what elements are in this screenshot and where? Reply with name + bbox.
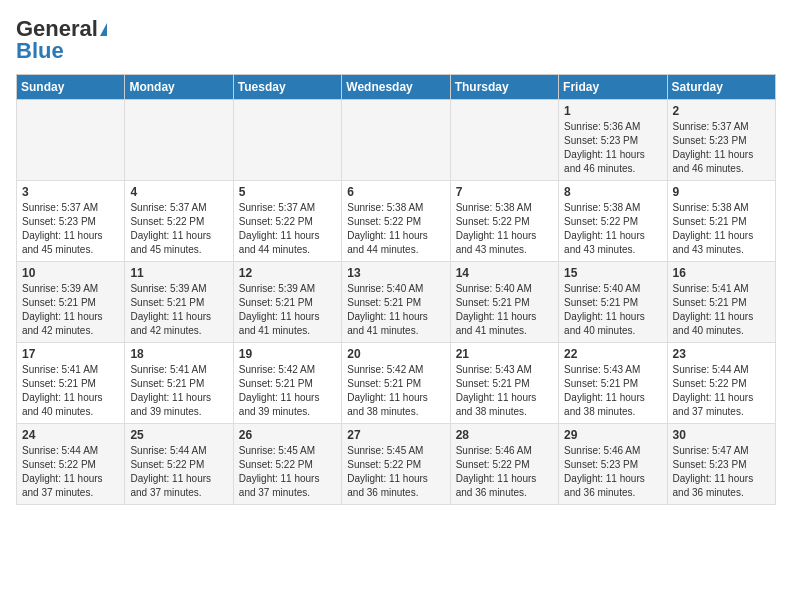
calendar-cell: 3Sunrise: 5:37 AM Sunset: 5:23 PM Daylig…	[17, 181, 125, 262]
day-number: 15	[564, 266, 661, 280]
day-number: 14	[456, 266, 553, 280]
day-info: Sunrise: 5:38 AM Sunset: 5:22 PM Dayligh…	[456, 201, 553, 257]
day-number: 2	[673, 104, 770, 118]
day-info: Sunrise: 5:47 AM Sunset: 5:23 PM Dayligh…	[673, 444, 770, 500]
week-row-5: 24Sunrise: 5:44 AM Sunset: 5:22 PM Dayli…	[17, 424, 776, 505]
logo-triangle-icon	[100, 23, 107, 36]
calendar-cell: 19Sunrise: 5:42 AM Sunset: 5:21 PM Dayli…	[233, 343, 341, 424]
week-row-1: 1Sunrise: 5:36 AM Sunset: 5:23 PM Daylig…	[17, 100, 776, 181]
calendar-cell: 11Sunrise: 5:39 AM Sunset: 5:21 PM Dayli…	[125, 262, 233, 343]
calendar-cell: 16Sunrise: 5:41 AM Sunset: 5:21 PM Dayli…	[667, 262, 775, 343]
day-number: 29	[564, 428, 661, 442]
day-info: Sunrise: 5:41 AM Sunset: 5:21 PM Dayligh…	[22, 363, 119, 419]
logo: General Blue	[16, 16, 107, 64]
calendar-cell: 20Sunrise: 5:42 AM Sunset: 5:21 PM Dayli…	[342, 343, 450, 424]
day-info: Sunrise: 5:44 AM Sunset: 5:22 PM Dayligh…	[130, 444, 227, 500]
calendar-cell: 4Sunrise: 5:37 AM Sunset: 5:22 PM Daylig…	[125, 181, 233, 262]
day-number: 12	[239, 266, 336, 280]
calendar-cell: 14Sunrise: 5:40 AM Sunset: 5:21 PM Dayli…	[450, 262, 558, 343]
day-number: 25	[130, 428, 227, 442]
day-info: Sunrise: 5:45 AM Sunset: 5:22 PM Dayligh…	[239, 444, 336, 500]
calendar-cell: 1Sunrise: 5:36 AM Sunset: 5:23 PM Daylig…	[559, 100, 667, 181]
day-number: 22	[564, 347, 661, 361]
day-info: Sunrise: 5:37 AM Sunset: 5:22 PM Dayligh…	[239, 201, 336, 257]
day-info: Sunrise: 5:40 AM Sunset: 5:21 PM Dayligh…	[347, 282, 444, 338]
calendar-cell: 2Sunrise: 5:37 AM Sunset: 5:23 PM Daylig…	[667, 100, 775, 181]
day-info: Sunrise: 5:41 AM Sunset: 5:21 PM Dayligh…	[130, 363, 227, 419]
calendar-cell: 6Sunrise: 5:38 AM Sunset: 5:22 PM Daylig…	[342, 181, 450, 262]
column-header-monday: Monday	[125, 75, 233, 100]
day-info: Sunrise: 5:37 AM Sunset: 5:22 PM Dayligh…	[130, 201, 227, 257]
day-number: 3	[22, 185, 119, 199]
calendar-cell: 25Sunrise: 5:44 AM Sunset: 5:22 PM Dayli…	[125, 424, 233, 505]
day-number: 27	[347, 428, 444, 442]
calendar-cell: 10Sunrise: 5:39 AM Sunset: 5:21 PM Dayli…	[17, 262, 125, 343]
day-info: Sunrise: 5:39 AM Sunset: 5:21 PM Dayligh…	[239, 282, 336, 338]
day-number: 18	[130, 347, 227, 361]
day-number: 11	[130, 266, 227, 280]
calendar-cell	[342, 100, 450, 181]
calendar-cell	[233, 100, 341, 181]
calendar-cell: 24Sunrise: 5:44 AM Sunset: 5:22 PM Dayli…	[17, 424, 125, 505]
day-number: 6	[347, 185, 444, 199]
day-info: Sunrise: 5:40 AM Sunset: 5:21 PM Dayligh…	[456, 282, 553, 338]
calendar-cell: 18Sunrise: 5:41 AM Sunset: 5:21 PM Dayli…	[125, 343, 233, 424]
day-info: Sunrise: 5:43 AM Sunset: 5:21 PM Dayligh…	[564, 363, 661, 419]
day-info: Sunrise: 5:43 AM Sunset: 5:21 PM Dayligh…	[456, 363, 553, 419]
day-info: Sunrise: 5:39 AM Sunset: 5:21 PM Dayligh…	[130, 282, 227, 338]
calendar-cell	[125, 100, 233, 181]
calendar-cell: 5Sunrise: 5:37 AM Sunset: 5:22 PM Daylig…	[233, 181, 341, 262]
day-number: 23	[673, 347, 770, 361]
calendar-cell: 26Sunrise: 5:45 AM Sunset: 5:22 PM Dayli…	[233, 424, 341, 505]
logo-blue: Blue	[16, 38, 64, 64]
calendar-cell: 13Sunrise: 5:40 AM Sunset: 5:21 PM Dayli…	[342, 262, 450, 343]
day-number: 5	[239, 185, 336, 199]
calendar-cell: 15Sunrise: 5:40 AM Sunset: 5:21 PM Dayli…	[559, 262, 667, 343]
day-info: Sunrise: 5:44 AM Sunset: 5:22 PM Dayligh…	[22, 444, 119, 500]
column-header-thursday: Thursday	[450, 75, 558, 100]
day-number: 9	[673, 185, 770, 199]
day-number: 10	[22, 266, 119, 280]
day-number: 8	[564, 185, 661, 199]
calendar-cell: 17Sunrise: 5:41 AM Sunset: 5:21 PM Dayli…	[17, 343, 125, 424]
calendar-cell: 7Sunrise: 5:38 AM Sunset: 5:22 PM Daylig…	[450, 181, 558, 262]
column-header-sunday: Sunday	[17, 75, 125, 100]
calendar-cell: 29Sunrise: 5:46 AM Sunset: 5:23 PM Dayli…	[559, 424, 667, 505]
day-info: Sunrise: 5:42 AM Sunset: 5:21 PM Dayligh…	[239, 363, 336, 419]
calendar-cell	[17, 100, 125, 181]
day-number: 1	[564, 104, 661, 118]
day-info: Sunrise: 5:42 AM Sunset: 5:21 PM Dayligh…	[347, 363, 444, 419]
column-header-saturday: Saturday	[667, 75, 775, 100]
calendar-table: SundayMondayTuesdayWednesdayThursdayFrid…	[16, 74, 776, 505]
column-header-friday: Friday	[559, 75, 667, 100]
calendar-cell: 28Sunrise: 5:46 AM Sunset: 5:22 PM Dayli…	[450, 424, 558, 505]
day-info: Sunrise: 5:44 AM Sunset: 5:22 PM Dayligh…	[673, 363, 770, 419]
day-number: 4	[130, 185, 227, 199]
day-info: Sunrise: 5:37 AM Sunset: 5:23 PM Dayligh…	[673, 120, 770, 176]
day-info: Sunrise: 5:45 AM Sunset: 5:22 PM Dayligh…	[347, 444, 444, 500]
calendar-header-row: SundayMondayTuesdayWednesdayThursdayFrid…	[17, 75, 776, 100]
week-row-2: 3Sunrise: 5:37 AM Sunset: 5:23 PM Daylig…	[17, 181, 776, 262]
calendar-cell: 30Sunrise: 5:47 AM Sunset: 5:23 PM Dayli…	[667, 424, 775, 505]
day-number: 16	[673, 266, 770, 280]
day-info: Sunrise: 5:39 AM Sunset: 5:21 PM Dayligh…	[22, 282, 119, 338]
calendar-cell: 23Sunrise: 5:44 AM Sunset: 5:22 PM Dayli…	[667, 343, 775, 424]
day-info: Sunrise: 5:46 AM Sunset: 5:22 PM Dayligh…	[456, 444, 553, 500]
day-info: Sunrise: 5:41 AM Sunset: 5:21 PM Dayligh…	[673, 282, 770, 338]
calendar-cell: 27Sunrise: 5:45 AM Sunset: 5:22 PM Dayli…	[342, 424, 450, 505]
calendar-cell: 21Sunrise: 5:43 AM Sunset: 5:21 PM Dayli…	[450, 343, 558, 424]
day-number: 20	[347, 347, 444, 361]
day-number: 13	[347, 266, 444, 280]
day-number: 28	[456, 428, 553, 442]
page-header: General Blue	[16, 16, 776, 64]
day-info: Sunrise: 5:38 AM Sunset: 5:21 PM Dayligh…	[673, 201, 770, 257]
calendar-cell: 8Sunrise: 5:38 AM Sunset: 5:22 PM Daylig…	[559, 181, 667, 262]
week-row-3: 10Sunrise: 5:39 AM Sunset: 5:21 PM Dayli…	[17, 262, 776, 343]
column-header-tuesday: Tuesday	[233, 75, 341, 100]
day-info: Sunrise: 5:38 AM Sunset: 5:22 PM Dayligh…	[564, 201, 661, 257]
calendar-cell	[450, 100, 558, 181]
column-header-wednesday: Wednesday	[342, 75, 450, 100]
day-info: Sunrise: 5:38 AM Sunset: 5:22 PM Dayligh…	[347, 201, 444, 257]
calendar-cell: 9Sunrise: 5:38 AM Sunset: 5:21 PM Daylig…	[667, 181, 775, 262]
day-number: 17	[22, 347, 119, 361]
